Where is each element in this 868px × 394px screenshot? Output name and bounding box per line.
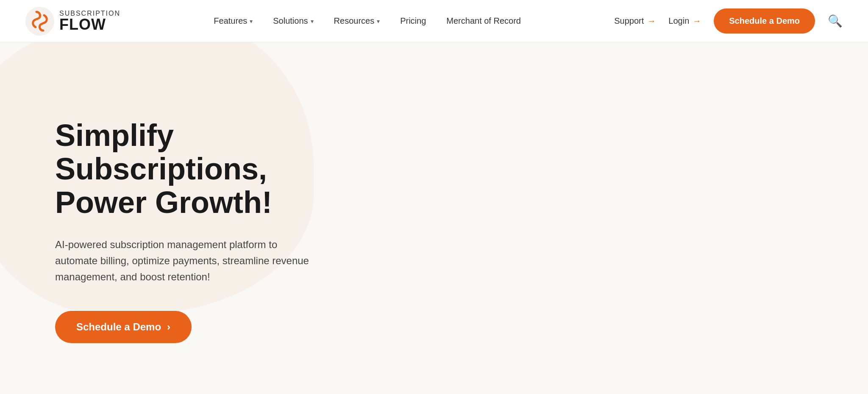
chevron-down-icon: ▾ [311, 18, 314, 25]
search-icon[interactable]: 🔍 [828, 14, 843, 28]
hero-headline: Simplify Subscriptions, Power Growth! [55, 119, 394, 220]
nav-item-pricing[interactable]: Pricing [390, 12, 436, 30]
chevron-down-icon: ▾ [250, 18, 253, 25]
logo-icon [25, 7, 54, 36]
site-header: SUBSCRIPTION FLOW Features ▾ Solutions ▾… [0, 0, 868, 42]
arrow-right-icon: → [647, 16, 656, 26]
svg-point-0 [25, 7, 54, 36]
hero-subtext: AI-powered subscription management platf… [55, 237, 318, 285]
login-link[interactable]: Login → [668, 16, 701, 26]
logo[interactable]: SUBSCRIPTION FLOW [25, 7, 120, 36]
support-link[interactable]: Support → [614, 16, 656, 26]
arrow-right-icon: › [167, 321, 170, 333]
schedule-demo-header-button[interactable]: Schedule a Demo [714, 8, 815, 34]
nav-item-solutions[interactable]: Solutions ▾ [263, 12, 323, 30]
arrow-right-icon: → [693, 16, 701, 26]
nav-item-resources[interactable]: Resources ▾ [324, 12, 390, 30]
logo-text: SUBSCRIPTION FLOW [59, 10, 120, 32]
hero-section: Simplify Subscriptions, Power Growth! AI… [0, 42, 868, 394]
nav-item-features[interactable]: Features ▾ [203, 12, 263, 30]
hero-content: Simplify Subscriptions, Power Growth! AI… [55, 85, 394, 343]
logo-flow: FLOW [59, 17, 120, 32]
header-right: Support → Login → Schedule a Demo 🔍 [614, 8, 843, 34]
main-nav: Features ▾ Solutions ▾ Resources ▾ Prici… [137, 12, 597, 30]
chevron-down-icon: ▾ [377, 18, 380, 25]
nav-item-merchant[interactable]: Merchant of Record [436, 12, 531, 30]
schedule-demo-hero-button[interactable]: Schedule a Demo › [55, 311, 192, 343]
